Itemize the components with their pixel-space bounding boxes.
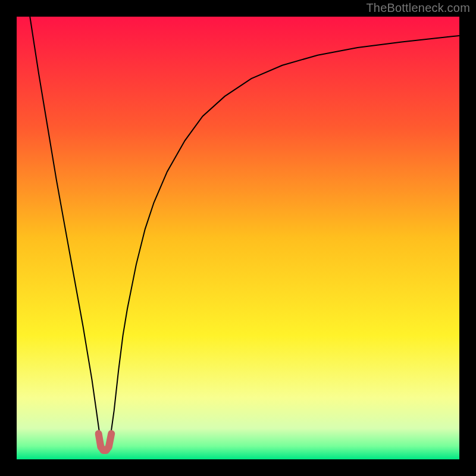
- chart-plot-area: [17, 17, 459, 459]
- chart-frame: TheBottleneck.com: [0, 0, 476, 476]
- chart-svg: [17, 17, 459, 459]
- watermark-text: TheBottleneck.com: [366, 1, 470, 15]
- chart-background: [17, 17, 459, 459]
